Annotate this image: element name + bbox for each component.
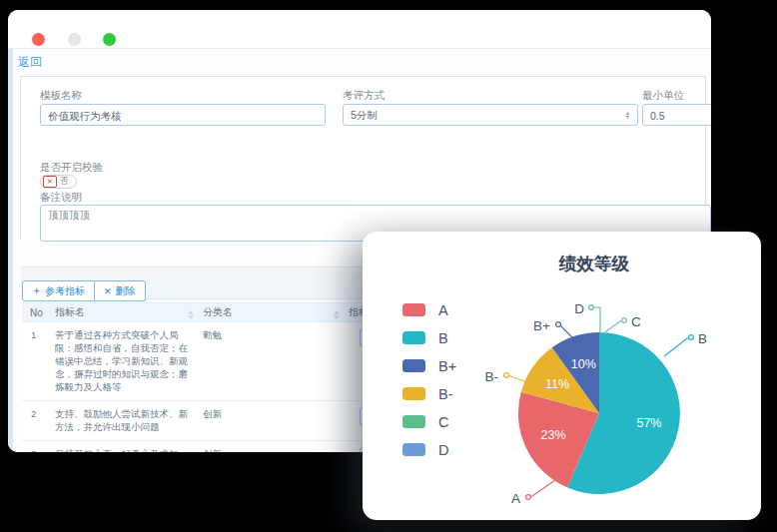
validation-label: 是否开启校验 — [40, 161, 103, 175]
header-indicator[interactable]: 指标名 — [55, 305, 203, 319]
chart-card: 绩效等级 ABB+B-CD 57%23%11%10%BCDB+B-A — [363, 232, 761, 520]
pie-callout-dot — [556, 322, 561, 327]
table-toolbar: ＋ 参考指标 ✕ 删除 — [22, 280, 146, 301]
maximize-window-icon[interactable] — [103, 33, 116, 46]
add-indicator-button[interactable]: ＋ 参考指标 — [22, 280, 95, 301]
select-spinner-icon: ▴▾ — [626, 111, 629, 119]
pie-callout-dot — [526, 495, 531, 500]
pie-callout-dot — [504, 373, 509, 378]
delete-button[interactable]: ✕ 删除 — [95, 280, 146, 301]
eval-method-label: 考评方式 — [343, 89, 385, 103]
close-window-icon[interactable] — [32, 33, 45, 46]
row-category: 勤勉 — [203, 328, 349, 393]
header-indicator-label: 指标名 — [55, 306, 85, 317]
pie-percent-label: 10% — [571, 357, 596, 371]
pie-percent-label: 57% — [636, 416, 661, 430]
pie-callout-label-A: A — [511, 491, 520, 506]
delete-label: 删除 — [116, 284, 136, 298]
row-category: 创新 — [203, 407, 349, 433]
template-name-label: 模板名称 — [40, 89, 82, 103]
pie-callout-line — [528, 480, 555, 497]
pie-percent-label: 11% — [545, 377, 569, 391]
pie-callout-label-D: D — [574, 301, 584, 316]
pie-callout-label-C: C — [631, 314, 641, 329]
eval-method-value: 5分制 — [351, 104, 378, 126]
header-category-label: 分类名 — [203, 306, 233, 317]
row-indicator: 支持、鼓励他人尝试新技术、新方法，并允许出现小问题 — [55, 407, 203, 433]
min-unit-input[interactable]: 0.5 — [642, 104, 711, 126]
remark-label: 备注说明 — [40, 191, 82, 205]
row-no: 2 — [22, 407, 55, 433]
x-icon: ✕ — [104, 286, 112, 296]
row-category: 创新 — [203, 447, 349, 452]
toggle-x-icon: ✕ — [43, 176, 57, 188]
sort-icon[interactable] — [187, 309, 195, 319]
pie-chart: 57%23%11%10%BCDB+B-A — [363, 232, 761, 520]
pie-percent-label: 23% — [541, 428, 566, 442]
pie-callout-label-B-: B- — [485, 369, 499, 384]
plus-icon: ＋ — [32, 284, 41, 297]
template-name-input[interactable]: 价值观行为考核 — [40, 104, 326, 126]
header-no: No — [22, 307, 55, 318]
min-unit-label: 最小单位 — [642, 89, 684, 103]
row-indicator: 保持开放心态、好奇心及求知欲，敢于质疑及尝试 — [55, 447, 203, 452]
pie-callout-line — [594, 307, 600, 333]
minimize-window-icon[interactable] — [68, 33, 81, 46]
header-category[interactable]: 分类名 — [203, 305, 349, 319]
add-indicator-label: 参考指标 — [45, 284, 85, 298]
pie-callout-line — [558, 324, 575, 340]
pie-callout-line — [603, 320, 624, 333]
eval-method-select[interactable]: 5分制 ▴▾ — [343, 104, 638, 126]
pie-callout-dot — [622, 318, 627, 323]
template-form-panel: 模板名称 价值观行为考核 考评方式 5分制 ▴▾ 最小单位 0.5 是否开启校验… — [20, 76, 706, 240]
row-no: 3 — [22, 447, 55, 452]
row-no: 1 — [22, 328, 55, 393]
row-indicator: 善于通过各种方式突破个人局限：感悟和自省，自我否定；在错误中总结，学习新知识、新… — [55, 328, 203, 393]
pie-callout-label-B: B — [698, 331, 707, 346]
pie-callout-label-B+: B+ — [533, 318, 550, 333]
sort-icon[interactable] — [333, 309, 341, 319]
pie-callout-dot — [689, 335, 694, 340]
back-link[interactable]: 返回 — [18, 54, 42, 71]
window-titlebar — [8, 10, 711, 49]
toggle-state-label: 否 — [60, 176, 69, 188]
pie-callout-line — [664, 337, 691, 356]
pie-callout-dot — [589, 305, 594, 310]
validation-toggle[interactable]: ✕ 否 — [40, 175, 77, 189]
